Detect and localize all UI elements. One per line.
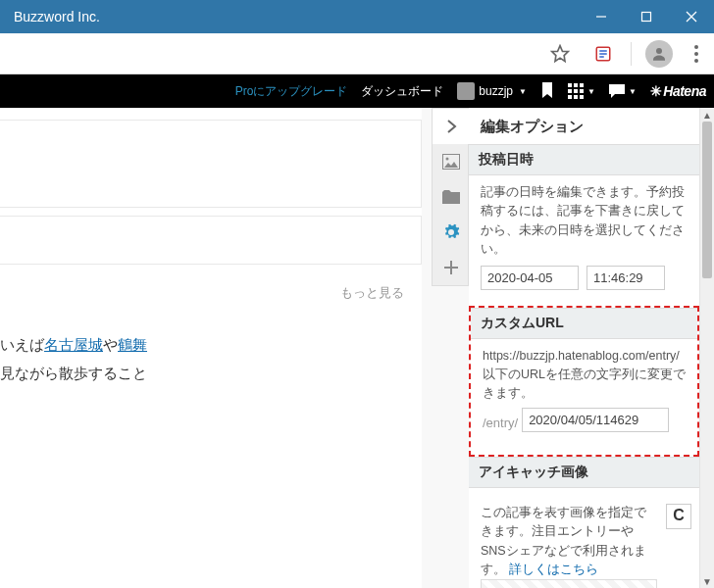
svg-rect-13 xyxy=(568,83,572,87)
browser-toolbar xyxy=(0,33,714,74)
image-icon[interactable] xyxy=(433,144,470,179)
options-panel: 編集オプション 投稿日時 記事の日時を編集できます。予約投稿するには、記事を下書… xyxy=(469,108,700,588)
chevron-down-icon: ▼ xyxy=(629,87,637,96)
post-date-description: 記事の日時を編集できます。予約投稿するには、記事を下書きに戻してから、未来の日時… xyxy=(481,183,691,260)
window-titlebar: Buzzword Inc. xyxy=(0,0,714,33)
collapse-panel-button[interactable] xyxy=(433,109,470,144)
gear-icon[interactable] xyxy=(433,215,470,250)
more-link[interactable]: もっと見る xyxy=(0,265,422,302)
editor-pane: もっと見る いえば名古屋城や鶴舞 見ながら散歩すること xyxy=(0,108,422,588)
custom-url-description: https://buzzjp.hatenablog.com/entry/以下のU… xyxy=(483,347,688,404)
sidebar-tools xyxy=(432,108,469,286)
maximize-button[interactable] xyxy=(624,0,669,33)
username-label: buzzjp xyxy=(479,84,513,98)
svg-rect-20 xyxy=(574,95,578,99)
post-time-input[interactable] xyxy=(586,266,665,290)
window-buttons xyxy=(579,0,714,33)
scroll-up-icon[interactable]: ▲ xyxy=(700,108,714,122)
scroll-down-icon[interactable]: ▼ xyxy=(700,574,714,588)
post-date-input[interactable] xyxy=(481,266,579,290)
editor-placeholder xyxy=(0,216,422,265)
eyecatch-header: アイキャッチ画像 xyxy=(469,457,699,488)
dashboard-link[interactable]: ダッシュボード xyxy=(361,83,443,100)
svg-rect-21 xyxy=(580,95,584,99)
window-title: Buzzword Inc. xyxy=(14,9,100,24)
avatar xyxy=(457,82,475,100)
apps-icon[interactable]: ▼ xyxy=(568,83,595,99)
svg-point-9 xyxy=(656,48,662,54)
article-link-nagoya[interactable]: 名古屋城 xyxy=(44,336,103,353)
star-icon[interactable] xyxy=(544,38,576,70)
svg-marker-4 xyxy=(552,45,569,61)
svg-rect-15 xyxy=(580,83,584,87)
scroll-thumb[interactable] xyxy=(702,122,712,278)
svg-point-23 xyxy=(446,158,449,161)
bookmark-icon[interactable] xyxy=(540,82,554,101)
panel-title: 編集オプション xyxy=(481,108,691,144)
custom-url-highlight: カスタムURL https://buzzjp.hatenablog.com/en… xyxy=(469,306,699,457)
svg-rect-14 xyxy=(574,83,578,87)
svg-point-10 xyxy=(694,45,698,49)
chevron-down-icon: ▼ xyxy=(587,87,595,96)
custom-url-input[interactable] xyxy=(522,408,669,432)
scrollbar[interactable]: ▲ ▼ xyxy=(700,108,714,588)
eyecatch-thumbnail[interactable]: Hatena Blog xyxy=(481,579,657,588)
toolbar-divider xyxy=(631,42,632,66)
user-menu[interactable]: buzzjp ▼ xyxy=(457,82,527,100)
svg-rect-18 xyxy=(580,89,584,93)
plus-icon[interactable] xyxy=(433,250,470,285)
svg-rect-1 xyxy=(642,13,651,22)
kebab-menu-icon[interactable] xyxy=(687,38,706,70)
close-button[interactable] xyxy=(669,0,714,33)
entry-prefix-label: /entry/ xyxy=(483,408,518,433)
chat-icon[interactable]: ▼ xyxy=(609,84,637,98)
svg-point-12 xyxy=(694,59,698,63)
upgrade-link[interactable]: Proにアップグレード xyxy=(235,83,348,100)
svg-point-11 xyxy=(694,52,698,56)
account-icon[interactable] xyxy=(643,38,675,70)
minimize-button[interactable] xyxy=(579,0,624,33)
folder-icon[interactable] xyxy=(433,179,470,215)
post-date-header: 投稿日時 xyxy=(469,144,699,175)
chevron-down-icon: ▼ xyxy=(519,87,527,96)
article-link-tsurumai[interactable]: 鶴舞 xyxy=(118,336,147,353)
eyecatch-more-link[interactable]: 詳しくはこちら xyxy=(509,563,598,576)
refresh-button[interactable]: C xyxy=(666,504,691,529)
hatena-brand[interactable]: ✳Hatena xyxy=(650,83,706,99)
custom-url-header: カスタムURL xyxy=(471,308,697,339)
article-preview: いえば名古屋城や鶴舞 見ながら散歩すること xyxy=(0,302,422,387)
editor-placeholder xyxy=(0,120,422,208)
svg-rect-19 xyxy=(568,95,572,99)
svg-rect-16 xyxy=(568,89,572,93)
extension-icon[interactable] xyxy=(587,38,619,70)
svg-rect-17 xyxy=(574,89,578,93)
hatena-nav: Proにアップグレード ダッシュボード buzzjp ▼ ▼ ▼ ✳Hatena xyxy=(0,74,714,108)
workspace: もっと見る いえば名古屋城や鶴舞 見ながら散歩すること 編集オプション 投稿日時 xyxy=(0,108,714,588)
